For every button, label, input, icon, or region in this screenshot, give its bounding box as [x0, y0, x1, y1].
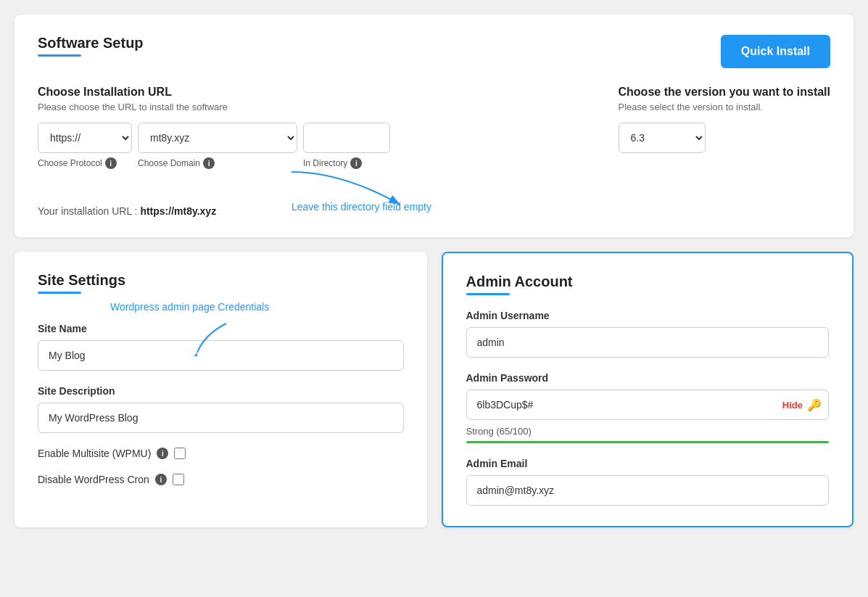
username-input[interactable]: [466, 327, 830, 358]
quick-install-button[interactable]: Quick Install: [721, 35, 830, 68]
install-url-desc: Please choose the URL to install the sof…: [38, 102, 546, 112]
username-label: Admin Username: [466, 310, 830, 321]
software-setup-card: Software Setup Quick Install Choose Inst…: [15, 15, 853, 237]
directory-sub-label: In Directory i: [303, 157, 390, 169]
domain-info-icon[interactable]: i: [203, 157, 215, 169]
version-label: Choose the version you want to install: [619, 86, 830, 99]
install-url-section: Choose Installation URL Please choose th…: [38, 86, 546, 217]
disable-cron-checkbox[interactable]: [173, 474, 184, 485]
protocol-info-icon[interactable]: i: [105, 157, 117, 169]
protocol-sub-label: Choose Protocol i: [38, 157, 132, 169]
leave-empty-link[interactable]: Leave this directory field empty: [292, 201, 431, 213]
key-icon: 🔑: [807, 398, 822, 412]
multisite-info-icon[interactable]: i: [157, 448, 168, 459]
enable-multisite-row: Enable Multisite (WPMU) i: [38, 448, 404, 459]
title-underline: [38, 54, 81, 57]
hide-password-button[interactable]: Hide: [782, 400, 803, 411]
email-input[interactable]: [466, 475, 830, 506]
page-title: Software Setup: [38, 35, 144, 52]
admin-account-title: Admin Account: [466, 273, 830, 290]
enable-multisite-checkbox[interactable]: [174, 448, 186, 459]
email-label: Admin Email: [466, 458, 830, 469]
password-label: Admin Password: [466, 372, 830, 384]
url-fields-row: https:// mt8y.xyz: [38, 123, 546, 153]
version-select[interactable]: 6.3: [619, 123, 706, 153]
password-field-wrapper: Hide 🔑: [466, 390, 830, 420]
site-settings-title: Site Settings: [38, 272, 404, 289]
field-sub-labels: Choose Protocol i Choose Domain i In Dir…: [38, 157, 546, 169]
strength-text: Strong (65/100): [466, 426, 830, 437]
site-settings-underline: [38, 292, 81, 294]
site-name-input[interactable]: [38, 340, 404, 371]
domain-select[interactable]: mt8y.xyz: [138, 123, 297, 153]
disable-cron-row: Disable WordPress Cron i: [38, 474, 404, 485]
site-settings-card: Site Settings Wordpress admin page Crede…: [15, 252, 427, 527]
cron-info-icon[interactable]: i: [155, 474, 167, 485]
protocol-select[interactable]: https://: [38, 123, 132, 153]
install-url-label: Choose Installation URL: [38, 86, 546, 99]
version-section: Choose the version you want to install P…: [619, 86, 830, 153]
site-name-label: Site Name: [38, 323, 404, 334]
directory-input[interactable]: [303, 123, 390, 153]
directory-info-icon[interactable]: i: [350, 157, 362, 169]
version-desc: Please select the version to install.: [619, 102, 830, 112]
strength-bar: [466, 441, 830, 443]
site-description-label: Site Description: [38, 385, 404, 397]
wp-annotation-text: Wordpress admin page Credentials: [110, 301, 269, 313]
password-input[interactable]: [466, 390, 830, 420]
site-description-input[interactable]: [38, 403, 404, 433]
admin-account-card: Admin Account Admin Username Admin Passw…: [442, 252, 854, 527]
bottom-grid: Site Settings Wordpress admin page Crede…: [15, 252, 853, 527]
domain-sub-label: Choose Domain i: [138, 157, 297, 169]
admin-account-underline: [466, 293, 510, 295]
